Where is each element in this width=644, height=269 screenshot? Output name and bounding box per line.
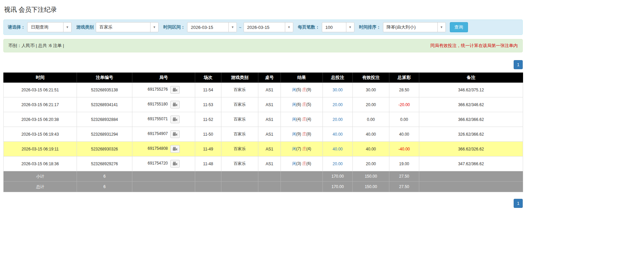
total-bet-link[interactable]: 20.00 (333, 162, 343, 166)
total-bet-link[interactable]: 30.00 (333, 88, 343, 92)
footer-count: 6 (77, 182, 132, 192)
cell-time: 2026-03-15 06:19:43 (4, 127, 77, 142)
cell-result: 闲(5) 庄(9) (281, 83, 323, 97)
cell-total-bet: 40.00 (323, 142, 353, 156)
video-camera-icon (173, 162, 177, 166)
query-type-label: 请选择： (8, 24, 25, 30)
cell-table-no: AS1 (258, 156, 281, 171)
per-page-select[interactable]: 100 ▼ (322, 22, 354, 32)
result-player-label: 闲 (292, 87, 296, 92)
game-type-value: 百家乐 (96, 23, 150, 32)
total-bet-link[interactable]: 40.00 (333, 147, 343, 151)
cell-bet-id: 523268931294 (77, 127, 132, 142)
result-player-score: (3) (296, 161, 301, 166)
date-to-select[interactable]: 2026-03-15 ▼ (244, 22, 293, 32)
footer-payout: 27.50 (389, 171, 419, 182)
cell-note: 366.62/346.62 (419, 97, 523, 112)
time-sort-label: 时间排序： (359, 24, 381, 30)
cell-valid-bet: 20.00 (353, 156, 389, 171)
result-player-score: (5) (296, 87, 301, 92)
video-replay-button[interactable] (170, 160, 180, 167)
cell-session: 11-53 (195, 97, 221, 112)
pagination-page-1[interactable]: 1 (514, 199, 523, 208)
result-player-label: 闲 (292, 132, 296, 136)
video-replay-button[interactable] (170, 101, 180, 108)
table-body: 2026-03-15 06:21:51523268935138691755276… (4, 83, 523, 192)
result-banker-score: (9) (306, 87, 311, 92)
query-type-value: 日期查询 (28, 23, 63, 32)
column-header-9: 总派彩 (389, 73, 419, 83)
result-player-label: 闲 (292, 117, 296, 122)
cell-valid-bet: 40.00 (353, 142, 389, 156)
cell-payout: 40.00 (389, 127, 419, 142)
result-banker-score: (6) (306, 161, 311, 166)
time-sort-select[interactable]: 降幂(由大到小) ▼ (383, 22, 446, 32)
result-player-score: (9) (296, 132, 301, 136)
cell-valid-bet: 0.00 (353, 112, 389, 127)
date-range-label: 时间区间： (163, 24, 185, 30)
cell-bet-id: 523268935138 (77, 83, 132, 97)
time-sort-value: 降幂(由大到小) (383, 23, 437, 32)
column-header-3: 场次 (195, 73, 221, 83)
payout-value: -40.00 (398, 147, 410, 151)
column-header-4: 游戏类别 (221, 73, 258, 83)
cell-note: 366.62/326.62 (419, 142, 523, 156)
cell-bet-id: 523268929276 (77, 156, 132, 171)
date-from-value: 2026-03-15 (187, 23, 228, 32)
cell-round: 691754808 (132, 142, 195, 156)
query-type-select[interactable]: 日期查询 ▼ (27, 22, 72, 32)
result-banker-score: (8) (306, 132, 311, 136)
date-from-select[interactable]: 2026-03-15 ▼ (187, 22, 237, 32)
video-replay-button[interactable] (170, 116, 180, 123)
pagination-page-1[interactable]: 1 (514, 60, 523, 69)
total-bet-link[interactable]: 20.00 (333, 102, 343, 107)
cell-note: 326.62/366.62 (419, 127, 523, 142)
footer-label: 小计 (4, 171, 77, 182)
cell-total-bet: 40.00 (323, 127, 353, 142)
video-replay-button[interactable] (170, 145, 180, 152)
page-container: 视讯 会员下注纪录 请选择： 日期查询 ▼ 游戏类别 百家乐 ▼ 时间区间： 2… (3, 0, 523, 208)
video-replay-button[interactable] (170, 86, 180, 93)
cell-bet-id: 523268934141 (77, 97, 132, 112)
date-to-value: 2026-03-15 (244, 23, 285, 32)
chevron-down-icon: ▼ (150, 23, 158, 32)
cell-time: 2026-03-15 06:19:11 (4, 142, 77, 156)
cell-note: 346.62/375.12 (419, 83, 523, 97)
cell-bet-id: 523268930326 (77, 142, 132, 156)
cell-game-type: 百家乐 (221, 156, 258, 171)
game-type-select[interactable]: 百家乐 ▼ (96, 22, 159, 32)
cell-result: 闲(4) 庄(4) (281, 112, 323, 127)
result-banker-score: (4) (306, 146, 311, 151)
table-header-row: 时间注单编号局号场次游戏类别桌号结果总投注有效投注总派彩备注 (4, 73, 523, 83)
search-button[interactable]: 查询 (450, 22, 468, 32)
cell-session: 11-50 (195, 127, 221, 142)
table-header: 时间注单编号局号场次游戏类别桌号结果总投注有效投注总派彩备注 (4, 73, 523, 83)
cell-session: 11-48 (195, 156, 221, 171)
per-page-value: 100 (322, 23, 346, 32)
video-replay-button[interactable] (170, 130, 180, 138)
bet-records-table: 时间注单编号局号场次游戏类别桌号结果总投注有效投注总派彩备注 2026-03-1… (3, 73, 523, 192)
total-bet-link[interactable]: 40.00 (333, 132, 343, 137)
cell-session: 11-54 (195, 83, 221, 97)
video-camera-icon (173, 132, 177, 136)
cell-result: 闲(9) 庄(8) (281, 127, 323, 142)
cell-time: 2026-03-15 06:20:38 (4, 112, 77, 127)
cell-payout: 0.00 (389, 112, 419, 127)
result-banker-score: (5) (306, 102, 311, 107)
cell-total-bet: 30.00 (323, 83, 353, 97)
game-type-label: 游戏类别 (76, 24, 94, 30)
result-banker-label: 庄 (302, 87, 306, 92)
result-player-score: (6) (296, 102, 301, 107)
payout-value: 19.00 (399, 162, 409, 166)
cell-note: 347.62/366.62 (419, 156, 523, 171)
cell-result: 闲(3) 庄(6) (281, 156, 323, 171)
cell-bet-id: 523268932884 (77, 112, 132, 127)
per-page-label: 每页笔数： (298, 24, 320, 30)
footer-total-bet: 170.00 (323, 182, 353, 192)
footer-valid-bet: 150.00 (353, 171, 389, 182)
cell-table-no: AS1 (258, 112, 281, 127)
cell-session: 11-52 (195, 112, 221, 127)
cell-session: 11-49 (195, 142, 221, 156)
table-footer-row: 总计6170.00150.0027.50 (4, 182, 523, 192)
total-bet-link[interactable]: 20.00 (333, 117, 343, 122)
